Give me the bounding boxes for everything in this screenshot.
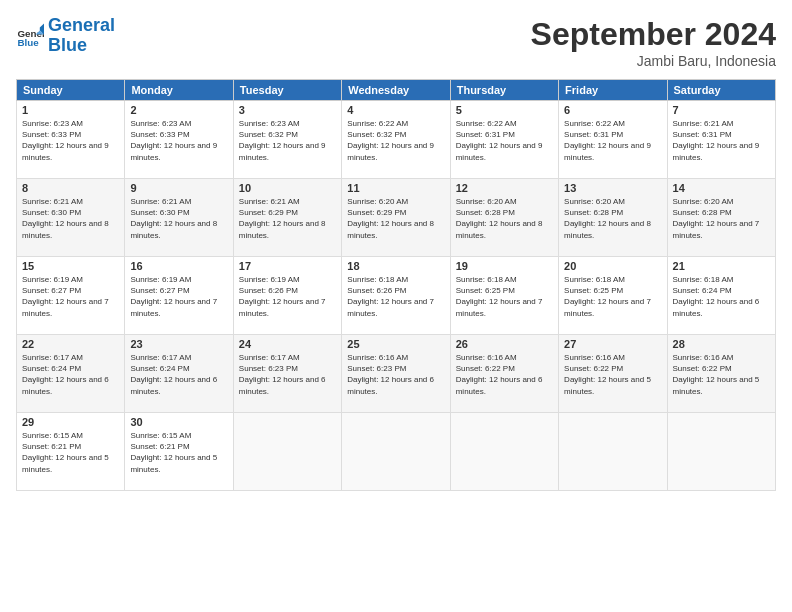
table-row [450, 413, 558, 491]
day-number: 3 [239, 104, 336, 116]
calendar-week-row: 8 Sunrise: 6:21 AM Sunset: 6:30 PM Dayli… [17, 179, 776, 257]
day-number: 16 [130, 260, 227, 272]
day-detail: Sunrise: 6:20 AM Sunset: 6:29 PM Dayligh… [347, 196, 444, 241]
col-wednesday: Wednesday [342, 80, 450, 101]
day-detail: Sunrise: 6:21 AM Sunset: 6:31 PM Dayligh… [673, 118, 770, 163]
table-row [233, 413, 341, 491]
table-row: 10 Sunrise: 6:21 AM Sunset: 6:29 PM Dayl… [233, 179, 341, 257]
day-number: 4 [347, 104, 444, 116]
day-detail: Sunrise: 6:23 AM Sunset: 6:33 PM Dayligh… [130, 118, 227, 163]
day-detail: Sunrise: 6:18 AM Sunset: 6:26 PM Dayligh… [347, 274, 444, 319]
calendar-header-row: Sunday Monday Tuesday Wednesday Thursday… [17, 80, 776, 101]
day-number: 7 [673, 104, 770, 116]
calendar-week-row: 15 Sunrise: 6:19 AM Sunset: 6:27 PM Dayl… [17, 257, 776, 335]
table-row: 26 Sunrise: 6:16 AM Sunset: 6:22 PM Dayl… [450, 335, 558, 413]
day-number: 22 [22, 338, 119, 350]
day-number: 27 [564, 338, 661, 350]
day-number: 12 [456, 182, 553, 194]
table-row [667, 413, 775, 491]
day-detail: Sunrise: 6:19 AM Sunset: 6:26 PM Dayligh… [239, 274, 336, 319]
table-row: 5 Sunrise: 6:22 AM Sunset: 6:31 PM Dayli… [450, 101, 558, 179]
day-number: 9 [130, 182, 227, 194]
title-block: September 2024 Jambi Baru, Indonesia [531, 16, 776, 69]
col-saturday: Saturday [667, 80, 775, 101]
table-row: 24 Sunrise: 6:17 AM Sunset: 6:23 PM Dayl… [233, 335, 341, 413]
col-monday: Monday [125, 80, 233, 101]
day-number: 13 [564, 182, 661, 194]
calendar-week-row: 1 Sunrise: 6:23 AM Sunset: 6:33 PM Dayli… [17, 101, 776, 179]
table-row: 6 Sunrise: 6:22 AM Sunset: 6:31 PM Dayli… [559, 101, 667, 179]
day-detail: Sunrise: 6:20 AM Sunset: 6:28 PM Dayligh… [564, 196, 661, 241]
table-row: 22 Sunrise: 6:17 AM Sunset: 6:24 PM Dayl… [17, 335, 125, 413]
day-number: 17 [239, 260, 336, 272]
day-detail: Sunrise: 6:22 AM Sunset: 6:31 PM Dayligh… [456, 118, 553, 163]
day-detail: Sunrise: 6:23 AM Sunset: 6:32 PM Dayligh… [239, 118, 336, 163]
day-detail: Sunrise: 6:22 AM Sunset: 6:31 PM Dayligh… [564, 118, 661, 163]
table-row: 23 Sunrise: 6:17 AM Sunset: 6:24 PM Dayl… [125, 335, 233, 413]
table-row: 7 Sunrise: 6:21 AM Sunset: 6:31 PM Dayli… [667, 101, 775, 179]
table-row: 1 Sunrise: 6:23 AM Sunset: 6:33 PM Dayli… [17, 101, 125, 179]
logo-text: GeneralBlue [48, 16, 115, 56]
table-row: 16 Sunrise: 6:19 AM Sunset: 6:27 PM Dayl… [125, 257, 233, 335]
day-detail: Sunrise: 6:15 AM Sunset: 6:21 PM Dayligh… [22, 430, 119, 475]
day-number: 24 [239, 338, 336, 350]
table-row: 17 Sunrise: 6:19 AM Sunset: 6:26 PM Dayl… [233, 257, 341, 335]
day-detail: Sunrise: 6:16 AM Sunset: 6:23 PM Dayligh… [347, 352, 444, 397]
day-detail: Sunrise: 6:17 AM Sunset: 6:23 PM Dayligh… [239, 352, 336, 397]
day-detail: Sunrise: 6:19 AM Sunset: 6:27 PM Dayligh… [22, 274, 119, 319]
table-row: 21 Sunrise: 6:18 AM Sunset: 6:24 PM Dayl… [667, 257, 775, 335]
logo: General Blue GeneralBlue [16, 16, 115, 56]
day-number: 26 [456, 338, 553, 350]
day-number: 20 [564, 260, 661, 272]
day-number: 23 [130, 338, 227, 350]
table-row: 15 Sunrise: 6:19 AM Sunset: 6:27 PM Dayl… [17, 257, 125, 335]
day-number: 28 [673, 338, 770, 350]
day-number: 19 [456, 260, 553, 272]
table-row: 28 Sunrise: 6:16 AM Sunset: 6:22 PM Dayl… [667, 335, 775, 413]
table-row: 25 Sunrise: 6:16 AM Sunset: 6:23 PM Dayl… [342, 335, 450, 413]
table-row: 20 Sunrise: 6:18 AM Sunset: 6:25 PM Dayl… [559, 257, 667, 335]
table-row: 13 Sunrise: 6:20 AM Sunset: 6:28 PM Dayl… [559, 179, 667, 257]
day-number: 15 [22, 260, 119, 272]
table-row: 30 Sunrise: 6:15 AM Sunset: 6:21 PM Dayl… [125, 413, 233, 491]
day-detail: Sunrise: 6:21 AM Sunset: 6:30 PM Dayligh… [130, 196, 227, 241]
calendar-week-row: 29 Sunrise: 6:15 AM Sunset: 6:21 PM Dayl… [17, 413, 776, 491]
table-row: 12 Sunrise: 6:20 AM Sunset: 6:28 PM Dayl… [450, 179, 558, 257]
col-friday: Friday [559, 80, 667, 101]
table-row: 4 Sunrise: 6:22 AM Sunset: 6:32 PM Dayli… [342, 101, 450, 179]
day-detail: Sunrise: 6:23 AM Sunset: 6:33 PM Dayligh… [22, 118, 119, 163]
table-row [559, 413, 667, 491]
col-sunday: Sunday [17, 80, 125, 101]
day-number: 25 [347, 338, 444, 350]
day-detail: Sunrise: 6:16 AM Sunset: 6:22 PM Dayligh… [673, 352, 770, 397]
day-detail: Sunrise: 6:17 AM Sunset: 6:24 PM Dayligh… [22, 352, 119, 397]
location-subtitle: Jambi Baru, Indonesia [531, 53, 776, 69]
day-number: 6 [564, 104, 661, 116]
day-number: 2 [130, 104, 227, 116]
calendar-table: Sunday Monday Tuesday Wednesday Thursday… [16, 79, 776, 491]
day-detail: Sunrise: 6:15 AM Sunset: 6:21 PM Dayligh… [130, 430, 227, 475]
table-row: 3 Sunrise: 6:23 AM Sunset: 6:32 PM Dayli… [233, 101, 341, 179]
table-row: 18 Sunrise: 6:18 AM Sunset: 6:26 PM Dayl… [342, 257, 450, 335]
day-detail: Sunrise: 6:16 AM Sunset: 6:22 PM Dayligh… [564, 352, 661, 397]
table-row: 2 Sunrise: 6:23 AM Sunset: 6:33 PM Dayli… [125, 101, 233, 179]
col-thursday: Thursday [450, 80, 558, 101]
day-detail: Sunrise: 6:21 AM Sunset: 6:30 PM Dayligh… [22, 196, 119, 241]
day-detail: Sunrise: 6:20 AM Sunset: 6:28 PM Dayligh… [456, 196, 553, 241]
day-number: 29 [22, 416, 119, 428]
day-number: 8 [22, 182, 119, 194]
table-row: 27 Sunrise: 6:16 AM Sunset: 6:22 PM Dayl… [559, 335, 667, 413]
day-number: 5 [456, 104, 553, 116]
svg-text:Blue: Blue [17, 37, 39, 48]
day-detail: Sunrise: 6:18 AM Sunset: 6:25 PM Dayligh… [456, 274, 553, 319]
day-detail: Sunrise: 6:16 AM Sunset: 6:22 PM Dayligh… [456, 352, 553, 397]
day-number: 10 [239, 182, 336, 194]
day-number: 30 [130, 416, 227, 428]
day-detail: Sunrise: 6:21 AM Sunset: 6:29 PM Dayligh… [239, 196, 336, 241]
day-detail: Sunrise: 6:18 AM Sunset: 6:25 PM Dayligh… [564, 274, 661, 319]
day-number: 21 [673, 260, 770, 272]
page: General Blue GeneralBlue September 2024 … [0, 0, 792, 612]
month-year-title: September 2024 [531, 16, 776, 53]
day-detail: Sunrise: 6:18 AM Sunset: 6:24 PM Dayligh… [673, 274, 770, 319]
day-detail: Sunrise: 6:19 AM Sunset: 6:27 PM Dayligh… [130, 274, 227, 319]
